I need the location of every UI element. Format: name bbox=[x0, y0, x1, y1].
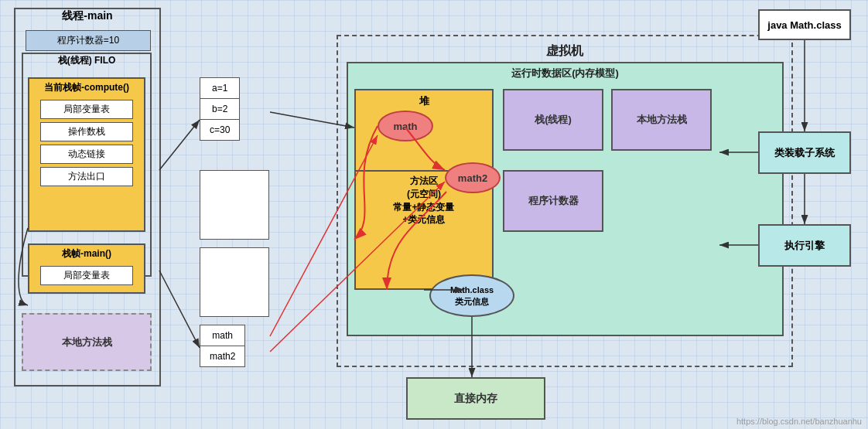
var-group-bottom: math math2 bbox=[200, 325, 245, 367]
class-loader-box: 类装载子系统 bbox=[758, 131, 851, 174]
var-c: c=30 bbox=[200, 120, 239, 140]
main-frame-title: 栈帧-main() bbox=[29, 245, 144, 263]
program-counter-display: 程序计数器=10 bbox=[26, 30, 151, 51]
math-class-label: Math.class类元信息 bbox=[450, 284, 494, 307]
main-local-vars: 局部变量表 bbox=[40, 266, 133, 285]
var-group-top: a=1 b=2 c=30 bbox=[200, 77, 240, 141]
svg-line-4 bbox=[159, 271, 200, 348]
dynamic-link-item: 动态链接 bbox=[40, 145, 133, 164]
native-method-label: 本地方法栈 bbox=[637, 113, 687, 127]
stack-filo-title: 栈(线程) FILO bbox=[22, 54, 152, 67]
jvm-title: 虚拟机 bbox=[337, 39, 793, 64]
main-frame-box: 栈帧-main() 局部变量表 bbox=[28, 243, 145, 294]
native-stack-left: 本地方法栈 bbox=[22, 313, 152, 371]
var-a: a=1 bbox=[200, 78, 239, 99]
native-method-box: 本地方法栈 bbox=[611, 89, 712, 151]
compute-frame-box: 当前栈帧-compute() 局部变量表 操作数栈 动态链接 方法出口 bbox=[28, 77, 145, 232]
blank-box-2 bbox=[200, 247, 269, 317]
compute-frame-title: 当前栈帧-compute() bbox=[29, 79, 144, 97]
var-math: math bbox=[200, 325, 244, 346]
stack-thread-box: 栈(线程) bbox=[503, 89, 603, 151]
jvm-pc-box: 程序计数器 bbox=[503, 170, 603, 232]
ellipse-math2: math2 bbox=[445, 162, 501, 193]
diagram-container: 线程-main 程序计数器=10 栈(线程) FILO 当前栈帧-compute… bbox=[0, 0, 868, 429]
var-b: b=2 bbox=[200, 99, 239, 120]
runtime-title: 运行时数据区(内存模型) bbox=[347, 63, 784, 83]
svg-line-3 bbox=[159, 120, 200, 170]
exec-engine-box: 执行引擎 bbox=[758, 224, 851, 267]
method-exit-item: 方法出口 bbox=[40, 167, 133, 186]
java-math-class-box: java Math.class bbox=[758, 9, 851, 40]
watermark: https://blog.csdn.net/banzhuanhu bbox=[736, 417, 862, 426]
direct-memory-box: 直接内存 bbox=[406, 377, 545, 420]
var-math2: math2 bbox=[200, 346, 244, 366]
operand-stack-item: 操作数栈 bbox=[40, 122, 133, 141]
ellipse-math: math bbox=[378, 111, 433, 141]
heap-title: 堆 bbox=[356, 90, 492, 112]
math-class-oval: Math.class类元信息 bbox=[429, 274, 514, 317]
local-vars-item: 局部变量表 bbox=[40, 100, 133, 119]
thread-main-title: 线程-main bbox=[14, 9, 161, 23]
blank-box-1 bbox=[200, 170, 269, 240]
